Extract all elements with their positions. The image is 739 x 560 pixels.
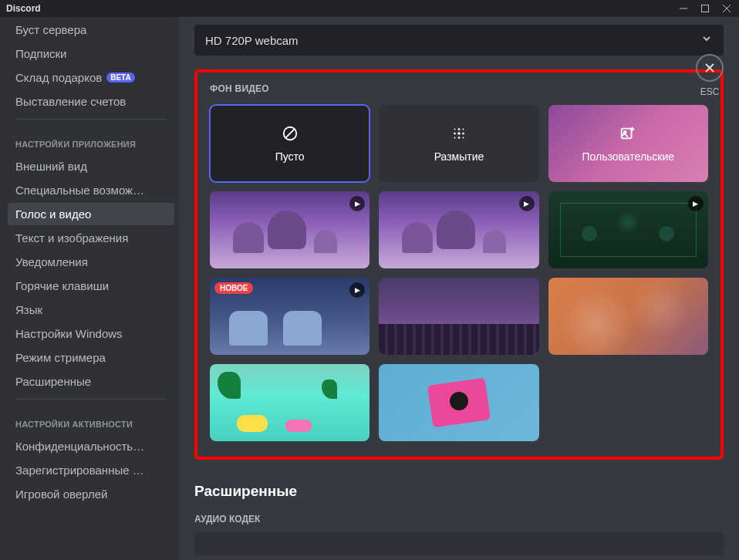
app-title: Discord [6, 3, 41, 14]
section-title: ФОН ВИДЕО [210, 83, 708, 94]
svg-rect-1 [702, 5, 709, 12]
bg-preset-retro[interactable] [379, 364, 538, 441]
svg-point-7 [458, 128, 461, 130]
sidebar-item-label: Склад подарков [15, 71, 102, 84]
window-controls [673, 0, 737, 17]
svg-point-9 [454, 132, 456, 134]
advanced-title: Расширенные [194, 483, 724, 500]
sidebar-item-language[interactable]: Язык [8, 299, 174, 321]
sidebar-item-label: Буст сервера [15, 23, 86, 36]
sidebar-item-label: Текст и изображения [15, 231, 128, 245]
maximize-button[interactable] [694, 0, 716, 17]
sidebar-item-keybinds[interactable]: Горячие клавиши [8, 275, 174, 297]
sidebar-item-billing[interactable]: Выставление счетов [8, 90, 174, 113]
bg-option-none[interactable]: Пусто [210, 105, 370, 182]
sidebar-item-accessibility[interactable]: Специальные возмож… [8, 179, 174, 201]
sidebar-header-app: НАСТРОЙКИ ПРИЛОЖЕНИЯ [8, 126, 174, 153]
sidebar-item-label: Зарегистрированные … [15, 464, 144, 477]
sidebar-item-voice-video[interactable]: Голос и видео [8, 203, 174, 225]
sidebar-item-subscriptions[interactable]: Подписки [8, 42, 174, 65]
bg-option-label: Размытие [434, 150, 484, 163]
bg-option-custom[interactable]: Пользовательские [548, 105, 708, 182]
background-grid: Пусто Размытие Пользовательские ▶ ▶ ▶ НО… [210, 105, 708, 441]
minimize-button[interactable] [673, 0, 694, 17]
play-icon: ▶ [519, 196, 535, 211]
chevron-down-icon [700, 32, 713, 48]
codec-label: АУДИО КОДЕК [194, 514, 724, 525]
sidebar-item-label: Язык [15, 303, 42, 316]
beta-badge: BETA [106, 73, 134, 83]
svg-point-14 [463, 137, 464, 138]
titlebar: Discord [0, 0, 739, 17]
sidebar-item-label: Уведомления [15, 255, 88, 268]
sidebar-item-boost[interactable]: Буст сервера [8, 19, 174, 41]
bg-preset-mushroom-2[interactable]: ▶ [379, 191, 538, 268]
new-badge: НОВОЕ [214, 282, 253, 294]
svg-point-13 [458, 137, 461, 139]
sidebar-item-privacy[interactable]: Конфиденциальность… [8, 435, 174, 457]
sidebar-item-advanced[interactable]: Расширенные [8, 370, 174, 393]
sidebar-header-activity: НАСТРОЙКИ АКТИВНОСТИ [8, 406, 174, 433]
sidebar-item-appearance[interactable]: Внешний вид [8, 155, 174, 177]
svg-rect-15 [622, 128, 632, 138]
codec-box [194, 532, 724, 555]
sidebar-divider [15, 119, 167, 120]
video-background-section: ФОН ВИДЕО Пусто Размытие Пользовательски… [194, 69, 724, 460]
bg-preset-island[interactable] [210, 364, 370, 441]
bg-preset-vaporwave[interactable]: ▶ [548, 191, 708, 268]
close-settings-button[interactable] [696, 54, 724, 82]
sidebar-item-notifications[interactable]: Уведомления [8, 251, 174, 273]
settings-content: HD 720P webcam ФОН ВИДЕО Пусто Размытие … [179, 17, 739, 560]
camera-selected: HD 720P webcam [205, 34, 299, 47]
sidebar-item-label: Подписки [15, 47, 67, 60]
sidebar-item-label: Голос и видео [15, 207, 91, 221]
sidebar-item-label: Горячие клавиши [15, 279, 109, 292]
sidebar-item-label: Конфиденциальность… [15, 440, 144, 453]
svg-point-6 [454, 128, 456, 130]
sidebar-item-label: Игровой оверлей [15, 487, 107, 501]
sidebar-item-streamer[interactable]: Режим стримера [8, 346, 174, 369]
bg-option-blur[interactable]: Размытие [379, 105, 538, 182]
close-button[interactable] [716, 0, 737, 17]
bg-preset-mushroom-1[interactable]: ▶ [210, 191, 370, 268]
play-icon: ▶ [349, 282, 365, 298]
close-esc: ESC [696, 54, 724, 97]
svg-point-12 [454, 137, 456, 138]
esc-label: ESC [700, 86, 720, 97]
svg-point-11 [462, 132, 464, 134]
sidebar-item-text-images[interactable]: Текст и изображения [8, 227, 174, 249]
sidebar-item-registered[interactable]: Зарегистрированные … [8, 459, 174, 481]
settings-sidebar: Буст сервера Подписки Склад подарковBETA… [0, 17, 179, 560]
sidebar-item-label: Внешний вид [15, 160, 87, 173]
play-icon: ▶ [349, 196, 365, 211]
svg-line-5 [285, 128, 295, 138]
bg-option-label: Пусто [275, 150, 305, 163]
svg-point-10 [457, 132, 461, 135]
blur-icon [450, 125, 467, 146]
sidebar-item-label: Расширенные [15, 375, 91, 388]
sidebar-item-windows[interactable]: Настройки Windows [8, 322, 174, 345]
bg-preset-city[interactable] [379, 278, 538, 355]
sidebar-divider [15, 399, 167, 400]
bg-preset-ice[interactable]: НОВОЕ ▶ [210, 278, 370, 355]
play-icon: ▶ [688, 196, 704, 211]
sidebar-item-label: Настройки Windows [15, 327, 123, 340]
image-add-icon [619, 125, 636, 146]
advanced-section: Расширенные АУДИО КОДЕК [194, 483, 724, 555]
bg-option-label: Пользовательские [582, 150, 675, 163]
sidebar-item-label: Выставление счетов [15, 95, 126, 108]
bg-preset-cafe[interactable] [548, 278, 708, 355]
sidebar-item-label: Режим стримера [15, 351, 106, 364]
sidebar-item-gift-inventory[interactable]: Склад подарковBETA [8, 66, 174, 89]
camera-dropdown[interactable]: HD 720P webcam [194, 25, 724, 56]
none-icon [282, 125, 299, 146]
sidebar-item-label: Специальные возмож… [15, 184, 144, 197]
svg-point-8 [463, 128, 464, 130]
sidebar-item-overlay[interactable]: Игровой оверлей [8, 483, 174, 505]
